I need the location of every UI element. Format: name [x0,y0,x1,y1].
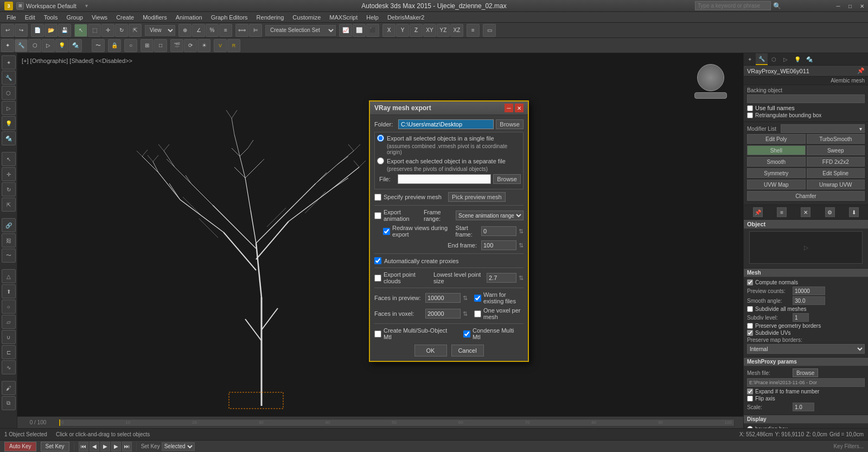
folder-browse-btn[interactable]: Browse [496,119,524,129]
end-frame-input[interactable] [481,240,516,250]
one-voxel-cb[interactable] [474,310,481,317]
file-label: File: [379,176,395,182]
end-frame-spin[interactable]: ⇅ [519,242,524,249]
create-multi-label: Create Multi/Sub-Object Mtl [384,327,457,340]
export-single-radio[interactable] [377,135,384,142]
faces-voxel-row: Faces in voxel: ⇅ One voxel per mesh [374,307,524,320]
faces-voxel-label: Faces in voxel: [374,310,423,317]
point-clouds-label: Export point clouds [384,271,427,284]
sep2 [374,253,524,254]
anim-row: Export animation Frame range: Scene anim… [374,209,524,222]
create-multi-cb[interactable] [374,330,381,338]
export-animation-cb[interactable] [374,212,381,219]
folder-input[interactable] [398,119,494,129]
faces-preview-row: Faces in preview: ⇅ Warn for existing fi… [374,291,524,304]
sep3 [374,268,524,268]
cancel-button[interactable]: Cancel [451,345,484,356]
point-size-spin[interactable]: ⇅ [519,275,524,282]
export-separate-label: Export each selected object in a separat… [387,158,506,164]
multi-row: Create Multi/Sub-Object Mtl Condense Mul… [374,327,524,340]
export-separate-radio[interactable] [377,157,384,164]
start-frame-spin[interactable]: ⇅ [519,228,524,235]
redraw-label: Redraw views during export [392,225,448,238]
dialog-buttons: OK Cancel [374,345,524,356]
file-row: File: Browse [379,174,521,184]
vray-export-dialog: VRay mesh export ─ ✕ Folder: Browse Expo… [369,100,529,362]
folder-row: Folder: Browse [374,119,524,129]
condense-multi-label: Condense Multi Mtl [473,327,524,340]
dialog-title-text: VRay mesh export [374,104,431,112]
export-options-group: Export all selected objects in a single … [374,132,524,189]
auto-proxies-cb[interactable] [374,257,381,264]
faces-preview-spin[interactable]: ⇅ [463,295,468,302]
start-frame-input[interactable] [481,226,516,236]
point-clouds-cb[interactable] [374,275,381,282]
warn-existing-cb[interactable] [474,295,481,302]
anim-sub-options: Redraw views during export Start frame: … [383,225,524,250]
start-frame-label: Start frame: [456,225,479,238]
dialog-title-bar: VRay mesh export ─ ✕ [370,101,528,115]
export-single-label: Export all selected objects in a single … [387,135,494,142]
auto-proxies-row: Automatically create proxies [374,257,524,264]
file-input[interactable] [398,174,491,184]
ok-button[interactable]: OK [414,345,447,356]
specify-preview-cb[interactable] [374,194,381,201]
condense-multi-cb[interactable] [463,330,470,338]
sep4 [374,288,524,288]
folder-label: Folder: [374,121,396,128]
dialog-minimize-btn[interactable]: ─ [505,104,513,112]
dialog-close-btn[interactable]: ✕ [515,104,524,112]
dialog-body: Folder: Browse Export all selected objec… [370,115,528,361]
sep1 [374,205,524,206]
export-single-note: (assumes combined .vrmesh pivot is at co… [387,143,521,155]
point-clouds-row: Export point clouds Lowest level point s… [374,271,524,284]
export-separate-note: (preserves the pivots of individual obje… [387,166,521,172]
point-size-input[interactable] [487,273,516,283]
export-animation-label: Export animation [384,209,418,222]
auto-proxies-label: Automatically create proxies [384,258,459,264]
redraw-cb[interactable] [383,228,390,235]
end-frame-row: End frame: ⇅ [383,240,524,250]
file-browse-btn[interactable]: Browse [493,174,521,184]
faces-preview-input[interactable] [425,293,461,303]
preview-row: Specify preview mesh Pick preview mesh [374,192,524,202]
specify-preview-label: Specify preview mesh [384,194,442,200]
redraw-row: Redraw views during export Start frame: … [383,225,524,238]
frame-range-label: Frame range: [424,209,451,222]
faces-voxel-spin[interactable]: ⇅ [463,310,468,317]
lowest-level-label: Lowest level point size [433,271,484,284]
frame-range-select[interactable]: Scene animation range Custom [456,211,524,220]
export-single-row: Export all selected objects in a single … [377,135,521,142]
modal-overlay: VRay mesh export ─ ✕ Folder: Browse Expo… [0,0,868,452]
pick-preview-btn[interactable]: Pick preview mesh [448,192,506,202]
faces-preview-label: Faces in preview: [374,295,423,301]
one-voxel-label: One voxel per mesh [483,307,524,320]
warn-existing-label: Warn for existing files [483,291,524,304]
end-frame-label: End frame: [448,242,477,249]
faces-voxel-input[interactable] [425,309,461,319]
export-separate-row: Export each selected object in a separat… [377,157,521,164]
sep5 [374,323,524,324]
